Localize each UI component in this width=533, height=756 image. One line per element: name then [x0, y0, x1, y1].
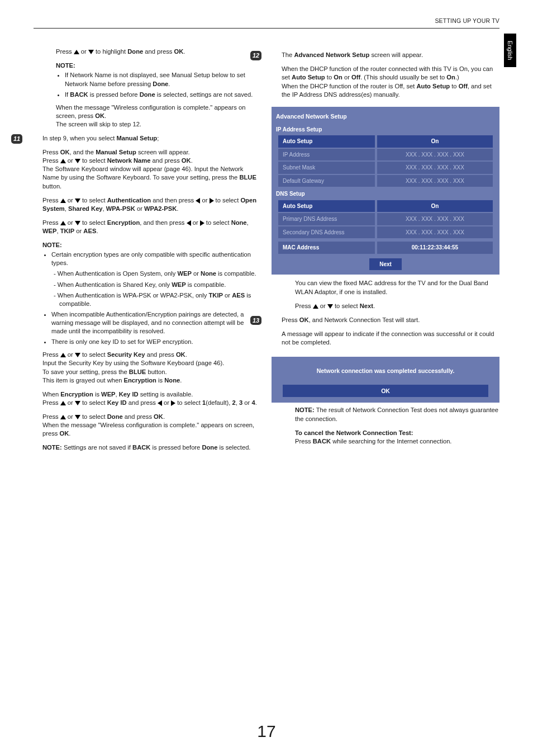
step-11-body: In step 9, when you select Manual Setup;…: [42, 134, 260, 457]
panel-row-value: XXX . XXX . XXX . XXX: [377, 149, 493, 161]
step13-note: NOTE: The result of Network Connection T…: [295, 406, 499, 423]
mac-value: 00:11:22:33:44:55: [377, 242, 493, 254]
dns-section-label: DNS Setup: [275, 188, 496, 199]
advanced-network-panel: Advanced Network Setup IP Address Setup …: [272, 107, 499, 275]
note2-subitem: When Authentication is Shared Key, only …: [59, 281, 260, 289]
step-number-badge: 11: [11, 134, 22, 144]
panel-row[interactable]: IP AddressXXX . XXX . XXX . XXX: [278, 149, 493, 161]
panel-row-label: Primary DNS Address: [278, 213, 375, 225]
panel-row[interactable]: Auto SetupOn: [278, 200, 493, 212]
note2-subitem: When Authentication is WPA-PSK or WPA2-P…: [59, 291, 260, 308]
panel-row-value: On: [377, 135, 493, 148]
mac-label: MAC Address: [278, 242, 375, 254]
up-arrow-icon: [60, 353, 66, 357]
panel-row[interactable]: Secondary DNS AddressXXX . XXX . XXX . X…: [278, 226, 493, 239]
header-title: SETTING UP YOUR TV: [34, 17, 499, 28]
ok-button[interactable]: OK: [283, 385, 488, 397]
down-arrow-icon: [327, 304, 333, 309]
up-arrow-icon: [74, 50, 79, 54]
down-arrow-icon: [75, 401, 80, 405]
language-tab: English: [504, 34, 516, 67]
step11-p2: Press or to select Authentication and th…: [42, 196, 260, 213]
press-done-line: Press or to highlight Done and press OK.: [56, 48, 260, 56]
note-heading: NOTE:: [42, 241, 260, 249]
panel-row[interactable]: Subnet MaskXXX . XXX . XXX . XXX: [278, 162, 493, 174]
step11-p4: Press or to select Security Key and pres…: [42, 351, 260, 384]
up-arrow-icon: [60, 159, 66, 163]
page: SETTING UP YOUR TV English Press or to h…: [0, 0, 533, 756]
down-arrow-icon: [88, 50, 94, 54]
right-inner-2: NOTE: The result of Network Connection T…: [273, 406, 499, 445]
wireless-complete-msg: When the message "Wireless configuration…: [56, 103, 260, 129]
panel-row[interactable]: Primary DNS AddressXXX . XXX . XXX . XXX: [278, 213, 493, 225]
cancel-text: Press BACK while searching for the Inter…: [295, 437, 499, 446]
cancel-heading: To cancel the Network Connection Test:: [295, 429, 499, 437]
panel-row-value: XXX . XXX . XXX . XXX: [377, 175, 493, 187]
right-arrow-icon: [200, 220, 204, 226]
panel-row-label: Subnet Mask: [278, 162, 375, 174]
panel-row[interactable]: Default GatewayXXX . XXX . XXX . XXX: [278, 175, 493, 187]
step11-p5: When Encryption is WEP, Key ID setting i…: [42, 390, 260, 407]
panel-row[interactable]: Auto SetupOn: [278, 135, 493, 148]
step-13: 13 Press OK, and Network Connection Test…: [273, 316, 499, 352]
up-arrow-icon: [60, 401, 66, 405]
panel-row-value: XXX . XXX . XXX . XXX: [377, 226, 493, 239]
header-rule: [34, 28, 499, 29]
columns: Press or to highlight Done and press OK.…: [34, 48, 499, 457]
step11-p1: Press OK, and the Manual Setup screen wi…: [42, 148, 260, 191]
note2-item: When incompatible Authentication/Encrypt…: [51, 310, 260, 336]
up-arrow-icon: [60, 415, 66, 419]
down-arrow-icon: [75, 159, 80, 163]
mac-row: MAC Address 00:11:22:33:44:55: [278, 242, 493, 254]
right-column: 12 The Advanced Network Setup screen wil…: [273, 48, 499, 457]
right-inner: You can view the fixed MAC address for t…: [273, 279, 499, 310]
panel-row-label: Default Gateway: [278, 175, 375, 187]
left-arrow-icon: [158, 400, 162, 406]
left-inner: Press or to highlight Done and press OK.…: [34, 48, 260, 129]
panel-row-value: On: [377, 200, 493, 212]
step11-p3: Press or to select Encryption, and then …: [42, 219, 260, 235]
right-arrow-icon: [210, 198, 214, 204]
connection-message: Network connection was completed success…: [277, 367, 494, 375]
up-arrow-icon: [60, 221, 66, 225]
step13-p1: Press OK, and Network Connection Test wi…: [282, 316, 499, 324]
note2-item: There is only one key ID to set for WEP …: [51, 338, 260, 346]
step11-p6: Press or to select Done and press OK. Wh…: [42, 413, 260, 438]
ip-rows: Auto SetupOnIP AddressXXX . XXX . XXX . …: [275, 135, 496, 187]
note1-item: If BACK is pressed before Done is select…: [65, 91, 260, 99]
note2-item: Certain encryption types are only compat…: [51, 251, 260, 308]
note2-sublist: When Authentication is Open System, only…: [51, 270, 260, 308]
panel-title: Advanced Network Setup: [275, 111, 496, 124]
note2-subitem: When Authentication is Open System, only…: [59, 270, 260, 278]
step12-p2: When the DHCP function of the router con…: [282, 65, 499, 98]
down-arrow-icon: [75, 221, 80, 225]
right-arrow-icon: [171, 400, 175, 406]
ip-section-label: IP Address Setup: [275, 124, 496, 135]
next-button[interactable]: Next: [369, 258, 402, 271]
up-arrow-icon: [313, 304, 318, 309]
step12-p1: The Advanced Network Setup screen will a…: [282, 51, 499, 59]
down-arrow-icon: [75, 199, 80, 203]
panel-row-label: Auto Setup: [278, 135, 375, 148]
down-arrow-icon: [75, 415, 80, 419]
step-number-badge: 12: [250, 51, 261, 60]
connection-result-panel: Network connection was completed success…: [272, 357, 499, 403]
note-heading: NOTE:: [56, 62, 260, 70]
panel-row-value: XXX . XXX . XXX . XXX: [377, 213, 493, 225]
page-number: 17: [0, 720, 533, 743]
step11-intro: In step 9, when you select Manual Setup;: [42, 134, 260, 143]
step-12: 12 The Advanced Network Setup screen wil…: [273, 51, 499, 105]
step11-p7: NOTE: Settings are not saved if BACK is …: [42, 443, 260, 452]
step13-p2: A message will appear to indicate if the…: [282, 330, 499, 347]
up-arrow-icon: [60, 199, 66, 203]
step-number-badge: 13: [250, 316, 261, 325]
panel-row-label: IP Address: [278, 149, 375, 161]
note1-list: If Network Name is not displayed, see Ma…: [56, 71, 260, 98]
step12-p4: Press or to select Next.: [295, 302, 499, 310]
panel-row-label: Secondary DNS Address: [278, 226, 375, 239]
note1-item: If Network Name is not displayed, see Ma…: [65, 71, 260, 88]
left-arrow-icon: [187, 220, 191, 226]
step12-p3: You can view the fixed MAC address for t…: [295, 279, 499, 296]
panel-button-row: Next: [275, 258, 496, 271]
left-column: Press or to highlight Done and press OK.…: [34, 48, 260, 457]
